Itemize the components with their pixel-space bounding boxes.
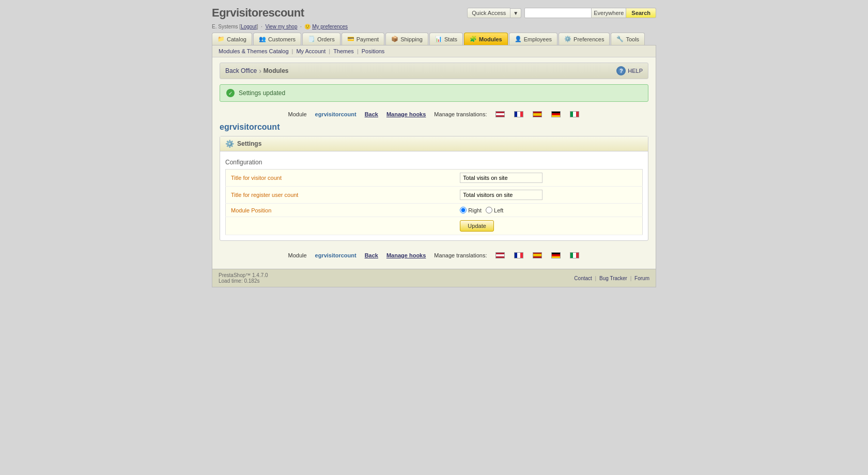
back-link-bottom[interactable]: Back (365, 252, 378, 258)
preferences-icon: ⚙️ (564, 36, 571, 42)
content-area: Modules & Themes Catalog | My Account | … (212, 45, 656, 287)
employees-icon: 👤 (515, 36, 522, 42)
manage-translations-label-top: Manage translations: (434, 111, 487, 117)
view-shop-link[interactable]: View my shop (265, 24, 297, 29)
update-btn-row: Update (226, 217, 643, 235)
subnav-themes[interactable]: Themes (332, 48, 355, 54)
module-position-radio-group: Right Left (460, 207, 637, 213)
sub-nav: Modules & Themes Catalog | My Account | … (212, 45, 656, 57)
register-user-label: Title for register user count (226, 187, 455, 204)
config-table: Title for visitor count Title for regist… (225, 169, 643, 235)
register-user-input[interactable] (460, 190, 542, 200)
settings-box: ⚙️ Settings Configuration Title for visi… (220, 136, 648, 241)
page-content: Back Office › Modules ? HELP ✓ Settings … (212, 57, 656, 269)
visitor-count-input[interactable] (460, 173, 542, 183)
footer-links: Contact | Bug Tracker | Forum (574, 275, 649, 281)
manage-hooks-link-bottom[interactable]: Manage hooks (386, 252, 426, 258)
my-prefs-link[interactable]: My preferences (312, 24, 348, 29)
tab-catalog[interactable]: 📁 Catalog (212, 33, 252, 45)
settings-gear-icon: ⚙️ (225, 140, 234, 148)
tab-employees[interactable]: 👤 Employees (509, 33, 557, 45)
subnav-modules-themes[interactable]: Modules & Themes Catalog (218, 48, 290, 54)
footer-forum-link[interactable]: Forum (634, 275, 649, 281)
help-label: HELP (628, 68, 643, 74)
module-header-top: Module egrvisitorcount Back Manage hooks… (220, 108, 648, 122)
search-scope-selector[interactable]: Everywhere (592, 8, 626, 18)
tab-shipping[interactable]: 📦 Shipping (385, 33, 428, 45)
flag-de-bottom[interactable] (551, 252, 561, 258)
tab-tools[interactable]: 🔧 Tools (611, 33, 645, 45)
module-title: egrvisitorcount (220, 122, 648, 136)
flag-fr-bottom[interactable] (514, 252, 523, 258)
config-row-visitor-count: Title for visitor count (226, 170, 643, 187)
main-nav: 📁 Catalog 👥 Customers 🗒️ Orders 💳 Paymen… (212, 32, 656, 45)
settings-header: ⚙️ Settings (220, 136, 648, 151)
update-button[interactable]: Update (460, 220, 493, 232)
subnav-positions[interactable]: Positions (361, 48, 386, 54)
logout-link[interactable]: Logout (241, 24, 257, 29)
module-name-link-top[interactable]: egrvisitorcount (315, 111, 357, 117)
tab-orders[interactable]: 🗒️ Orders (302, 33, 340, 45)
flag-es-top[interactable] (533, 111, 542, 117)
back-link-top[interactable]: Back (365, 111, 378, 117)
tab-stats[interactable]: 📊 Stats (429, 33, 463, 45)
quick-access-dropdown[interactable]: ▼ (510, 8, 521, 18)
help-icon: ? (616, 66, 626, 75)
manage-translations-label-bottom: Manage translations: (434, 252, 487, 258)
settings-title: Settings (237, 140, 261, 147)
catalog-icon: 📁 (218, 36, 225, 42)
radio-left[interactable] (486, 207, 492, 213)
module-name-link-bottom[interactable]: egrvisitorcount (315, 252, 357, 258)
module-label-top: Module (288, 111, 307, 117)
config-row-position: Module Position Right Left (226, 204, 643, 217)
shipping-icon: 📦 (391, 36, 398, 42)
radio-right-text: Right (468, 207, 482, 213)
help-button[interactable]: ? HELP (616, 66, 643, 75)
manage-hooks-link-top[interactable]: Manage hooks (386, 111, 426, 117)
footer-bug-tracker-link[interactable]: Bug Tracker (599, 275, 627, 281)
visitor-count-label: Title for visitor count (226, 170, 455, 187)
module-position-label: Module Position (226, 204, 455, 217)
module-label-bottom: Module (288, 252, 307, 258)
flag-it-top[interactable] (570, 111, 579, 117)
visitor-count-value (455, 170, 642, 187)
module-header-bottom: Module egrvisitorcount Back Manage hooks… (220, 249, 648, 264)
tab-preferences[interactable]: ⚙️ Preferences (559, 33, 610, 45)
config-row-register-user: Title for register user count (226, 187, 643, 204)
stats-icon: 📊 (435, 36, 442, 42)
payment-icon: 💳 (347, 36, 354, 42)
app-title: Egrvisitorescount (212, 6, 304, 20)
orders-icon: 🗒️ (308, 36, 315, 42)
radio-left-text: Left (494, 207, 503, 213)
footer-contact-link[interactable]: Contact (574, 275, 592, 281)
flag-us-top[interactable] (495, 111, 505, 117)
radio-right-label[interactable]: Right (460, 207, 482, 213)
tab-payment[interactable]: 💳 Payment (342, 33, 384, 45)
breadcrumb-back-office[interactable]: Back Office (225, 67, 257, 74)
flag-de-top[interactable] (551, 111, 561, 117)
radio-right[interactable] (460, 207, 467, 213)
modules-icon: 🧩 (470, 36, 477, 42)
flag-es-bottom[interactable] (533, 252, 542, 258)
flag-us-bottom[interactable] (495, 252, 505, 258)
customers-icon: 👥 (259, 36, 266, 42)
settings-body: Configuration Title for visitor count Ti… (220, 151, 648, 240)
footer: PrestaShop™ 1.4.7.0 Load time: 0.182s Co… (212, 269, 656, 287)
radio-left-label[interactable]: Left (486, 207, 503, 213)
quick-access-button[interactable]: Quick Access (467, 8, 510, 18)
search-input[interactable] (524, 8, 592, 18)
footer-version: PrestaShop™ 1.4.7.0 Load time: 0.182s (219, 272, 268, 284)
breadcrumb: Back Office › Modules (225, 67, 288, 75)
register-user-value (455, 187, 642, 204)
success-message: ✓ Settings updated (220, 84, 648, 102)
success-icon: ✓ (226, 89, 235, 97)
flag-fr-top[interactable] (514, 111, 523, 117)
tab-modules[interactable]: 🧩 Modules (464, 33, 508, 45)
tab-customers[interactable]: 👥 Customers (253, 33, 301, 45)
subnav-my-account[interactable]: My Account (295, 48, 327, 54)
breadcrumb-modules: Modules (264, 67, 289, 74)
search-button[interactable]: Search (626, 8, 656, 18)
success-text: Settings updated (239, 89, 285, 97)
breadcrumb-bar: Back Office › Modules ? HELP (220, 63, 648, 79)
flag-it-bottom[interactable] (570, 252, 579, 258)
